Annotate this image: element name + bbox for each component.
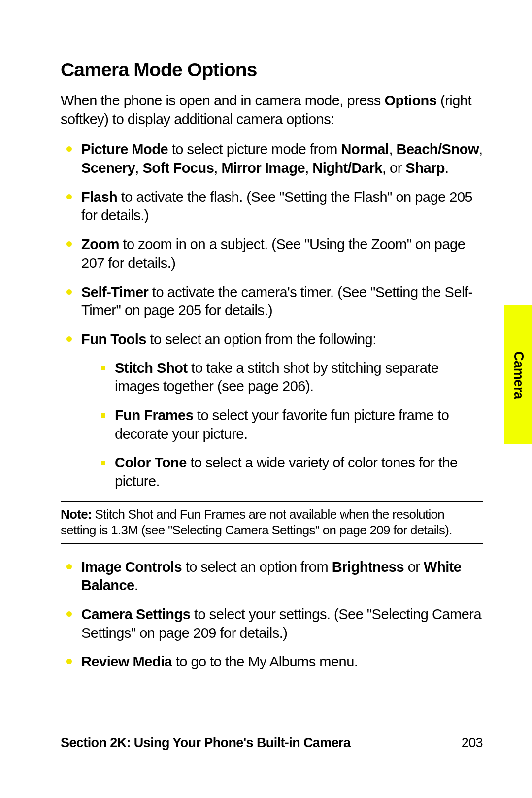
list-item: Flash to activate the flash. (See "Setti…: [81, 188, 483, 225]
note-text: Stitch Shot and Fun Frames are not avail…: [61, 507, 452, 538]
b: Sharp: [405, 160, 445, 176]
b: Night/Dark: [312, 160, 382, 176]
page-footer: Section 2K: Using Your Phone's Built-in …: [61, 735, 483, 751]
note-lead: Note:: [61, 507, 92, 522]
t: ,: [389, 141, 396, 157]
item-text: to zoom in on a subject. (See "Using the…: [81, 236, 465, 271]
list-item: Stitch Shot to take a stitch shot by sti…: [115, 359, 483, 396]
b: Brightness: [332, 559, 404, 575]
item-lead: Color Tone: [115, 455, 187, 470]
item-text: to go to the My Albums menu.: [172, 654, 358, 669]
list-item: Color Tone to select a wide variety of c…: [115, 454, 483, 491]
sub-list: Stitch Shot to take a stitch shot by sti…: [81, 359, 483, 491]
b: Scenery: [81, 160, 135, 176]
item-lead: Fun Frames: [115, 407, 193, 423]
list-item: Camera Settings to select your settings.…: [81, 605, 483, 642]
b: Beach/Snow: [397, 141, 479, 157]
t: ,: [214, 160, 221, 176]
options-list: Picture Mode to select picture mode from…: [61, 140, 483, 491]
intro-text: When the phone is open and in camera mod…: [61, 93, 384, 108]
side-tab: Camera: [504, 305, 532, 444]
list-item: Zoom to zoom in on a subject. (See "Usin…: [81, 235, 483, 272]
list-item: Fun Tools to select an option from the f…: [81, 331, 483, 491]
item-lead: Picture Mode: [81, 141, 168, 157]
t: ,: [135, 160, 142, 176]
item-lead: Image Controls: [81, 559, 182, 575]
t: ,: [305, 160, 312, 176]
t: to select an option from: [182, 559, 332, 575]
item-lead: Camera Settings: [81, 606, 190, 622]
list-item: Review Media to go to the My Albums menu…: [81, 653, 483, 671]
list-item: Image Controls to select an option from …: [81, 558, 483, 595]
t: ,: [479, 141, 483, 157]
note-box: Note: Stitch Shot and Fun Frames are not…: [61, 501, 483, 544]
b: Mirror Image: [221, 160, 305, 176]
item-lead: Flash: [81, 189, 117, 205]
side-tab-label: Camera: [511, 351, 526, 399]
list-item: Fun Frames to select your favorite fun p…: [115, 406, 483, 443]
page-title: Camera Mode Options: [61, 59, 483, 81]
t: or: [404, 559, 424, 575]
t: , or: [382, 160, 405, 176]
item-lead: Review Media: [81, 654, 172, 669]
item-lead: Stitch Shot: [115, 360, 188, 376]
item-lead: Self-Timer: [81, 284, 148, 300]
intro-paragraph: When the phone is open and in camera mod…: [61, 92, 483, 129]
list-item: Self-Timer to activate the camera's time…: [81, 283, 483, 320]
page-content: Camera Mode Options When the phone is op…: [0, 0, 532, 671]
item-text: to select an option from the following:: [146, 332, 376, 347]
t: .: [445, 160, 449, 176]
intro-bold: Options: [384, 93, 436, 108]
footer-section: Section 2K: Using Your Phone's Built-in …: [61, 735, 350, 751]
b: Soft Focus: [142, 160, 214, 176]
b: Normal: [341, 141, 389, 157]
t: .: [134, 577, 138, 593]
t: to select picture mode from: [168, 141, 341, 157]
item-text: to activate the flash. (See "Setting the…: [81, 189, 472, 224]
item-lead: Fun Tools: [81, 332, 146, 347]
list-item: Picture Mode to select picture mode from…: [81, 140, 483, 177]
options-list-2: Image Controls to select an option from …: [61, 558, 483, 671]
page-number: 203: [462, 735, 483, 751]
item-lead: Zoom: [81, 236, 119, 252]
